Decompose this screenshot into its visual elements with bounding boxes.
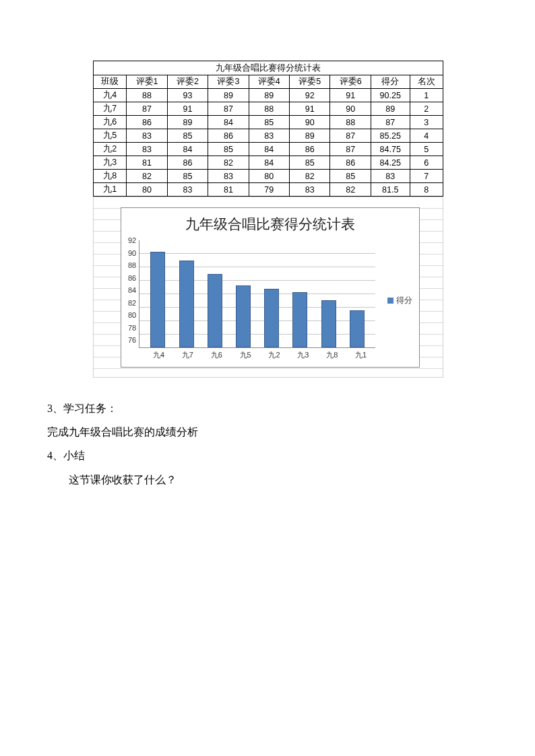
- y-tick: 92: [128, 236, 136, 244]
- table-cell: 85: [290, 156, 330, 170]
- th-score: 得分: [371, 75, 410, 89]
- y-tick: 76: [128, 336, 136, 344]
- y-tick: 86: [128, 274, 136, 282]
- bar: [350, 310, 365, 347]
- table-cell: 79: [249, 183, 289, 197]
- legend-swatch: [387, 298, 394, 304]
- table-cell: 89: [249, 89, 289, 102]
- table-cell: 88: [127, 89, 167, 102]
- th-j6: 评委6: [330, 75, 371, 89]
- y-tick: 84: [128, 286, 136, 294]
- table-cell: 81: [208, 183, 249, 197]
- table-cell: 83: [290, 183, 330, 197]
- table-cell: 89: [290, 129, 330, 143]
- table-cell: 90.25: [371, 89, 410, 102]
- table-row: 九180838179838281.58: [94, 183, 443, 197]
- th-rank: 名次: [410, 75, 443, 89]
- table-title-row: 九年级合唱比赛得分统计表: [94, 61, 443, 75]
- th-j5: 评委5: [290, 75, 330, 89]
- table-row: 九8828583808285837: [94, 170, 443, 183]
- table-title: 九年级合唱比赛得分统计表: [94, 61, 443, 75]
- table-cell: 4: [410, 129, 443, 143]
- table-cell: 80: [127, 183, 167, 197]
- table-cell: 89: [208, 89, 249, 102]
- table-cell: 85.25: [371, 129, 410, 143]
- bar-slot: [315, 240, 343, 347]
- table-cell: 84.25: [371, 156, 410, 170]
- table-cell: 86: [127, 116, 167, 129]
- bar: [150, 252, 165, 347]
- table-cell: 81.5: [371, 183, 410, 197]
- table-cell: 83: [127, 143, 167, 156]
- table-header-row: 班级 评委1 评委2 评委3 评委4 评委5 评委6 得分 名次: [94, 75, 443, 89]
- table-cell: 九2: [94, 143, 127, 156]
- table-cell: 88: [330, 116, 371, 129]
- x-label: 九8: [317, 348, 346, 360]
- spreadsheet-block: 九年级合唱比赛得分统计表 班级 评委1 评委2 评委3 评委4 评委5 评委6 …: [93, 61, 443, 378]
- table-cell: 2: [410, 102, 443, 116]
- bar-slot: [257, 240, 286, 347]
- table-cell: 85: [208, 143, 249, 156]
- y-axis: 929088868482807876: [128, 236, 139, 344]
- table-cell: 83: [371, 170, 410, 183]
- table-row: 九583858683898785.254: [94, 129, 443, 143]
- table-cell: 90: [330, 102, 371, 116]
- table-cell: 84: [249, 143, 289, 156]
- bar: [321, 300, 336, 347]
- table-cell: 3: [410, 116, 443, 129]
- bar-slot: [172, 240, 200, 347]
- table-cell: 九6: [94, 116, 127, 129]
- table-cell: 85: [167, 170, 208, 183]
- table-row: 九7879187889190892: [94, 102, 443, 116]
- table-cell: 82: [290, 170, 330, 183]
- score-table: 九年级合唱比赛得分统计表 班级 评委1 评委2 评委3 评委4 评委5 评委6 …: [93, 61, 443, 197]
- table-cell: 86: [330, 156, 371, 170]
- table-cell: 82: [330, 183, 371, 197]
- table-cell: 87: [371, 116, 410, 129]
- table-cell: 93: [167, 89, 208, 102]
- bar-slot: [144, 240, 172, 347]
- table-cell: 九3: [94, 156, 127, 170]
- bar-slot: [286, 240, 314, 347]
- y-tick: 80: [128, 311, 136, 319]
- table-cell: 九7: [94, 102, 127, 116]
- table-cell: 90: [290, 116, 330, 129]
- bar-slot: [201, 240, 229, 347]
- table-cell: 6: [410, 156, 443, 170]
- th-j4: 评委4: [249, 75, 289, 89]
- table-cell: 九4: [94, 89, 127, 102]
- chart-body: 929088868482807876 九4九7九6九5九2九3九8九1 得分: [128, 240, 412, 360]
- body-text: 3、学习任务： 完成九年级合唱比赛的成绩分析 4、小结 这节课你收获了什么？: [47, 397, 488, 491]
- table-row: 九381868284858684.256: [94, 156, 443, 170]
- bar-slot: [229, 240, 257, 347]
- x-label: 九7: [173, 348, 202, 360]
- table-cell: 89: [371, 102, 410, 116]
- th-class: 班级: [94, 75, 127, 89]
- table-cell: 83: [167, 183, 208, 197]
- para-task-heading: 3、学习任务：: [47, 397, 488, 420]
- table-cell: 84: [167, 143, 208, 156]
- table-cell: 8: [410, 183, 443, 197]
- table-cell: 84: [249, 156, 289, 170]
- table-cell: 83: [208, 170, 249, 183]
- table-cell: 85: [249, 116, 289, 129]
- page: 九年级合唱比赛得分统计表 班级 评委1 评委2 评委3 评委4 评委5 评委6 …: [0, 0, 535, 491]
- y-tick: 88: [128, 261, 136, 269]
- table-cell: 91: [290, 102, 330, 116]
- chart-title: 九年级合唱比赛得分统计表: [128, 215, 412, 234]
- table-cell: 九5: [94, 129, 127, 143]
- bar-slot: [343, 240, 371, 347]
- table-cell: 84.75: [371, 143, 410, 156]
- table-cell: 87: [127, 102, 167, 116]
- bar: [179, 261, 194, 347]
- para-summary-heading: 4、小结: [47, 444, 488, 467]
- table-cell: 85: [330, 170, 371, 183]
- th-j2: 评委2: [167, 75, 208, 89]
- table-cell: 86: [167, 156, 208, 170]
- para-task-body: 完成九年级合唱比赛的成绩分析: [47, 420, 488, 444]
- x-label: 九2: [260, 348, 289, 360]
- table-cell: 87: [330, 129, 371, 143]
- y-tick: 82: [128, 299, 136, 307]
- chart-plot: 929088868482807876 九4九7九6九5九2九3九8九1: [128, 240, 375, 360]
- y-tick: 90: [128, 249, 136, 257]
